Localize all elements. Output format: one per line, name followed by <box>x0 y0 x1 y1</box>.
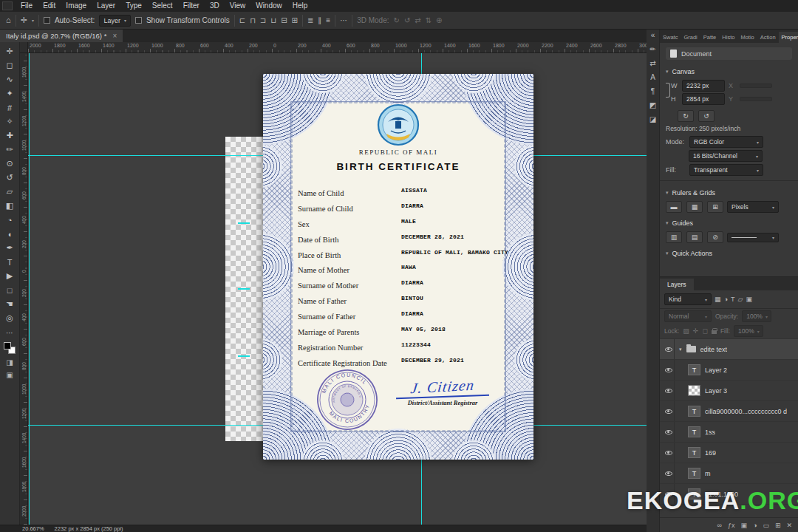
bit-depth-dropdown[interactable]: 16 Bits/Channel ▾ <box>689 150 763 162</box>
3d-drag-icon[interactable]: ⇄ <box>415 17 420 24</box>
ruler-vertical[interactable]: 1600140012001000800600400200020040060080… <box>20 53 28 525</box>
distribute-horizontal-icon[interactable]: ∥ <box>318 17 321 24</box>
filter-pixel-layers-icon[interactable]: ▦ <box>715 296 721 303</box>
rotate-landscape-icon[interactable]: ↺ <box>698 110 715 122</box>
align-right-icon[interactable]: ⊐ <box>260 17 266 24</box>
new-group-icon[interactable]: ▭ <box>763 522 769 529</box>
lock-guides-icon[interactable]: ▤ <box>686 231 703 243</box>
distribute-spacing-icon[interactable]: ≡ <box>326 17 330 24</box>
layer-name[interactable]: edite text <box>700 346 728 353</box>
quick-mask-icon[interactable]: ◨ <box>6 359 13 366</box>
visibility-cell[interactable] <box>663 339 675 359</box>
pen-tool-icon[interactable]: ✒ <box>2 241 18 255</box>
panel-tab[interactable]: Patte <box>700 32 720 43</box>
ruler-toggle-icon[interactable]: ▬ <box>666 201 682 213</box>
layer-group-row[interactable]: ▾ edite text <box>660 339 798 360</box>
layer-name[interactable]: m <box>705 470 711 477</box>
lock-all-icon[interactable] <box>712 330 717 334</box>
eyedropper-tool-icon[interactable]: ✧ <box>2 115 18 129</box>
new-layer-icon[interactable]: ⊞ <box>775 522 781 529</box>
quick-actions-section-header[interactable]: ▾ Quick Actions <box>666 246 792 260</box>
layer-row[interactable]: T m <box>660 463 798 484</box>
layer-name[interactable]: Layer 2 <box>705 366 727 374</box>
menu-item[interactable]: Select <box>147 0 178 12</box>
layer-effects-icon[interactable]: ƒx <box>728 522 735 529</box>
filter-adjustment-layers-icon[interactable]: ◑ <box>724 296 728 303</box>
path-selection-tool-icon[interactable]: ▶ <box>2 269 18 283</box>
align-center-vertical-icon[interactable]: ⊟ <box>281 17 287 24</box>
distribute-vertical-icon[interactable]: ≣ <box>307 17 313 24</box>
layer-row[interactable]: Layer 3 <box>660 381 798 401</box>
character-panel-icon[interactable]: A <box>650 74 655 81</box>
3d-slide-icon[interactable]: ⇅ <box>426 17 432 24</box>
brush-settings-icon[interactable]: ✏ <box>649 46 655 53</box>
panel-tab[interactable]: Properties <box>779 32 798 43</box>
units-dropdown[interactable]: Pixels ▾ <box>727 201 779 213</box>
brush-tool-icon[interactable]: ✏ <box>2 143 18 157</box>
hand-tool-icon[interactable]: ☚ <box>2 297 18 311</box>
crop-tool-icon[interactable]: # <box>2 100 18 115</box>
fill-field[interactable]: 100% ▾ <box>734 325 763 337</box>
layer-name[interactable]: Layer 3 <box>705 387 727 395</box>
layer-row[interactable]: T 169 <box>660 443 798 463</box>
rulers-grids-section-header[interactable]: ▾ Rulers & Grids <box>666 185 792 200</box>
history-brush-tool-icon[interactable]: ↺ <box>2 171 18 185</box>
panel-tab[interactable]: Motio <box>737 32 757 43</box>
menu-item[interactable]: View <box>225 0 251 12</box>
adjustment-layer-icon[interactable]: ◑ <box>753 522 757 529</box>
blur-tool-icon[interactable]: ◔ <box>2 213 18 227</box>
home-icon[interactable]: ⌂ <box>6 16 11 24</box>
edit-toolbar-icon[interactable]: ⋯ <box>6 330 13 337</box>
lock-transparency-icon[interactable]: ▨ <box>683 327 689 335</box>
tab-layers[interactable]: Layers <box>660 279 694 290</box>
shape-tool-icon[interactable]: □ <box>2 283 18 297</box>
visibility-cell[interactable] <box>663 422 675 442</box>
tool-presets-icon[interactable]: ⇄ <box>649 60 655 67</box>
gradient-tool-icon[interactable]: ◧ <box>2 199 18 213</box>
panel-tab[interactable]: Action <box>757 32 779 43</box>
collapse-panels-icon[interactable]: « <box>651 32 655 39</box>
3d-roll-icon[interactable]: ↺ <box>404 17 410 24</box>
layer-name[interactable]: 169 <box>705 449 716 457</box>
auto-select-checkbox[interactable] <box>44 17 50 24</box>
visibility-eye-icon[interactable] <box>665 430 672 434</box>
visibility-cell[interactable] <box>663 463 675 483</box>
lasso-tool-icon[interactable]: ∿ <box>2 72 18 86</box>
canvas[interactable]: REPUBLIC OF MALI BIRTH CERTIFICATE Name … <box>28 53 647 525</box>
filter-type-layers-icon[interactable]: T <box>731 296 735 303</box>
menu-item[interactable]: Layer <box>92 0 120 12</box>
auto-select-dropdown[interactable]: Layer ▾ <box>99 15 131 27</box>
guide-style-dropdown[interactable]: ▾ <box>727 233 779 242</box>
opacity-field[interactable]: 100% ▾ <box>742 310 771 322</box>
libraries-panel-icon[interactable]: ◪ <box>649 116 656 123</box>
zoom-level[interactable]: 20.667% <box>22 525 44 532</box>
3d-rotate-icon[interactable]: ↻ <box>394 17 400 24</box>
menu-item[interactable]: Image <box>61 0 92 12</box>
visibility-cell[interactable] <box>663 360 675 380</box>
layer-name[interactable]: 1ss <box>705 429 715 436</box>
link-layers-icon[interactable]: ∞ <box>717 522 722 529</box>
grid-toggle-icon[interactable]: ▦ <box>686 201 703 213</box>
visibility-cell[interactable] <box>663 401 675 421</box>
paragraph-panel-icon[interactable]: ¶ <box>651 88 655 95</box>
clear-guides-icon[interactable]: ⊘ <box>707 231 723 243</box>
type-tool-icon[interactable]: T <box>2 255 18 269</box>
panel-tab[interactable]: Histo <box>719 32 737 43</box>
visibility-cell[interactable] <box>663 381 675 400</box>
quick-selection-tool-icon[interactable]: ✦ <box>2 86 18 100</box>
foreground-background-swatches[interactable] <box>4 342 16 354</box>
delete-layer-icon[interactable]: ✕ <box>786 522 792 529</box>
layer-row[interactable]: T Layer 2 <box>660 360 798 381</box>
properties-document-row[interactable]: Document <box>666 47 792 60</box>
birth-certificate-document[interactable]: REPUBLIC OF MALI BIRTH CERTIFICATE Name … <box>263 74 533 460</box>
visibility-eye-icon[interactable] <box>665 471 672 476</box>
visibility-eye-icon[interactable] <box>665 409 672 414</box>
foreground-color-swatch[interactable] <box>4 342 11 349</box>
adjustments-panel-icon[interactable]: ◩ <box>649 102 656 109</box>
document-tab[interactable]: Italy id.psd @ 20.7% (RGB/16) * × <box>0 30 123 42</box>
guides-section-header[interactable]: ▾ Guides <box>666 216 792 230</box>
align-left-icon[interactable]: ⊏ <box>239 17 245 24</box>
marquee-tool-icon[interactable]: ◻ <box>2 58 18 72</box>
filter-smart-objects-icon[interactable]: ▣ <box>746 296 752 303</box>
expand-chevron-icon[interactable]: ▾ <box>679 347 682 352</box>
